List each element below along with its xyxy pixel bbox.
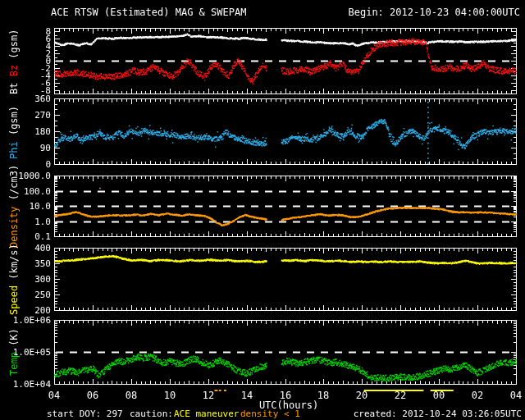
x-tick-label: 06 — [81, 390, 104, 401]
created-timestamp: created: 2012-10-24 03:26:05UTC — [354, 409, 522, 419]
ace-rtsw-plot: ACE RTSW (Estimated) MAG & SWEPAM Begin:… — [0, 0, 525, 420]
x-tick-label: 22 — [389, 390, 412, 401]
x-tick-label: 16 — [274, 390, 297, 401]
x-tick-label: 18 — [312, 390, 335, 401]
plot-canvas — [0, 0, 525, 420]
y-tick-label: 300 — [0, 274, 51, 285]
y-tick-label: 270 — [0, 110, 51, 121]
begin-timestamp: Begin: 2012-10-23 04:00:00UTC — [348, 7, 520, 18]
x-tick-label: 10 — [158, 390, 181, 401]
x-tick-label: 12 — [197, 390, 220, 401]
y-tick-label: 1000.0 — [0, 171, 51, 181]
y-tick-label: 350 — [0, 258, 51, 269]
x-tick-label: 14 — [235, 390, 258, 401]
x-tick-label: 20 — [350, 390, 373, 401]
y-tick-label: 1.0E+05 — [0, 347, 51, 358]
y-tick-label: 1.0 — [0, 217, 51, 227]
y-tick-label: 100.0 — [0, 186, 51, 197]
start-doy-label: start DOY: 297 — [47, 409, 123, 419]
y-tick-label: 180 — [0, 126, 51, 137]
y-tick-label: 1.0E+06 — [0, 315, 51, 326]
x-tick-label: 04 — [43, 390, 66, 401]
y-tick-label: 400 — [0, 243, 51, 253]
y-tick-label: 0 — [0, 159, 51, 170]
density-caution-label: density < 1 — [240, 409, 300, 419]
y-tick-label: 1.0E+04 — [0, 379, 51, 390]
x-tick-label: 04 — [504, 390, 525, 401]
y-tick-label: 0.1 — [0, 231, 51, 242]
y-tick-label: 90 — [0, 143, 51, 153]
y-tick-label: 250 — [0, 290, 51, 300]
caution-label: caution: — [130, 409, 173, 419]
x-tick-label: 02 — [466, 390, 489, 401]
x-tick-label: 00 — [427, 390, 450, 401]
page-title: ACE RTSW (Estimated) MAG & SWEPAM — [51, 7, 246, 18]
y-tick-label: 10.0 — [0, 201, 51, 212]
x-tick-label: 08 — [120, 390, 143, 401]
ace-maneuver-label: ACE maneuver — [174, 409, 239, 419]
y-tick-label: 360 — [0, 94, 51, 104]
